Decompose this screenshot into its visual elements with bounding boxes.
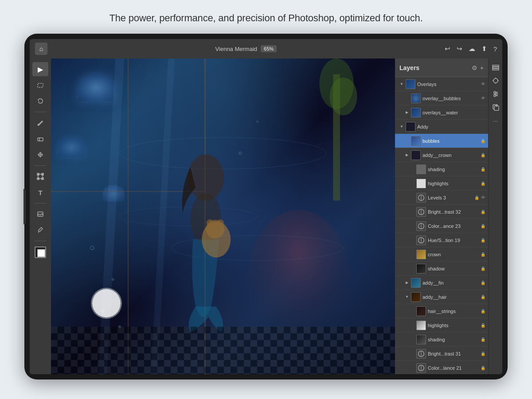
layer-expand-icon[interactable]: ▼ xyxy=(399,82,404,86)
top-bar: ⌂ Vienna Mermaid 65% ↩ ↪ ☁ ⬆ ? xyxy=(30,39,502,59)
layers-toggle[interactable] xyxy=(490,62,501,73)
eraser-tool-btn[interactable] xyxy=(32,132,48,146)
layer-lock-icon: 🔒 xyxy=(481,224,485,228)
layer-name-text: highlights xyxy=(428,323,479,328)
more-options-icon[interactable]: ··· xyxy=(490,115,501,126)
layer-item-19[interactable]: shading🔒 xyxy=(395,332,488,347)
svg-point-1 xyxy=(38,124,39,126)
layer-expand-icon[interactable]: ▼ xyxy=(405,295,409,299)
layer-name-text: Bright...trast 31 xyxy=(428,351,479,356)
top-bar-center: Vienna Mermaid 65% xyxy=(215,45,277,52)
volume-button xyxy=(23,189,26,224)
layer-lock-icon: 🔒 xyxy=(481,252,485,257)
layer-name-text: Color...lance 21 xyxy=(428,365,479,371)
layer-expand-icon[interactable]: ▶ xyxy=(405,281,409,285)
add-layer-icon[interactable] xyxy=(490,102,501,113)
layer-name-text: Levels 3 xyxy=(428,195,473,200)
layer-visibility-icon[interactable]: 👁 xyxy=(481,195,485,200)
separator-1 xyxy=(34,112,47,112)
layer-lock-icon: 🔒 xyxy=(481,337,485,342)
layer-name-text: Hue/S...tion 19 xyxy=(428,238,479,243)
layer-item-8[interactable]: highlights🔒 xyxy=(395,176,488,191)
layer-item-21[interactable]: Color...lance 21🔒 xyxy=(395,361,488,374)
layer-item-13[interactable]: crown🔒 xyxy=(395,247,488,262)
image-tool-btn[interactable] xyxy=(32,207,48,221)
svg-rect-8 xyxy=(37,178,39,180)
layer-expand-icon xyxy=(410,352,415,356)
separator-2 xyxy=(34,165,47,166)
eyedropper-tool-btn[interactable] xyxy=(32,223,48,237)
layer-item-18[interactable]: highlights🔒 xyxy=(395,318,488,332)
help-icon[interactable]: ? xyxy=(493,45,497,53)
svg-rect-6 xyxy=(37,173,39,175)
layer-item-2[interactable]: overlay__bubbles👁 xyxy=(395,91,488,106)
layer-item-5[interactable]: bubbles🔒 xyxy=(395,134,488,148)
layer-thumbnail xyxy=(416,264,426,274)
layer-item-12[interactable]: Hue/S...tion 19🔒 xyxy=(395,233,488,247)
brush-tool-btn[interactable] xyxy=(32,116,48,130)
layer-item-11[interactable]: Color...ance 23🔒 xyxy=(395,219,488,233)
layer-thumbnail xyxy=(416,363,426,373)
adjustments-toggle[interactable] xyxy=(490,89,501,99)
ipad-screen: ⌂ Vienna Mermaid 65% ↩ ↪ ☁ ⬆ ? ▶ xyxy=(30,39,502,374)
layer-thumbnail xyxy=(416,179,426,188)
layer-expand-icon[interactable]: ▶ xyxy=(405,110,409,115)
layer-lock-icon: 🔒 xyxy=(481,167,485,172)
layer-item-15[interactable]: ▶addy__fin🔒 xyxy=(395,276,488,290)
layer-visibility-icon[interactable]: 👁 xyxy=(481,96,485,101)
type-tool-btn[interactable]: T xyxy=(32,185,48,200)
layer-item-7[interactable]: shading🔒 xyxy=(395,162,488,176)
layer-item-1[interactable]: ▼Overlays👁 xyxy=(395,77,488,91)
clone-tool-btn[interactable] xyxy=(32,148,48,162)
svg-rect-7 xyxy=(42,173,43,175)
layer-thumbnail xyxy=(411,108,421,117)
color-swatch[interactable] xyxy=(35,246,46,258)
zoom-badge: 65% xyxy=(261,45,277,52)
layer-name-text: shading xyxy=(428,167,479,172)
layer-item-6[interactable]: ▶addy__crown🔒 xyxy=(395,148,488,162)
layer-item-14[interactable]: shadow🔒 xyxy=(395,262,488,276)
touch-circle xyxy=(92,289,121,317)
layer-item-16[interactable]: ▼addy__hair🔒 xyxy=(395,290,488,304)
layer-item-17[interactable]: hair__strings🔒 xyxy=(395,304,488,318)
share-icon[interactable]: ⬆ xyxy=(481,45,487,53)
select-tool-btn[interactable]: ▶ xyxy=(32,62,48,76)
properties-toggle[interactable] xyxy=(490,75,501,86)
layer-expand-icon xyxy=(410,266,415,271)
layer-name-text: Color...ance 23 xyxy=(428,223,479,229)
home-button[interactable]: ⌂ xyxy=(35,43,47,55)
layers-add-icon[interactable]: + xyxy=(480,64,484,71)
canvas-image xyxy=(51,59,395,374)
panel-title: Layers xyxy=(399,64,419,71)
layer-expand-icon xyxy=(410,238,415,243)
layer-lock-icon: 🔒 xyxy=(481,266,485,271)
panel-header: Layers ⚙ + xyxy=(395,59,488,77)
layer-lock-icon: 🔒 xyxy=(481,139,485,143)
cloud-icon[interactable]: ☁ xyxy=(469,45,475,53)
top-bar-right: ↩ ↪ ☁ ⬆ ? xyxy=(445,45,497,53)
layer-expand-icon[interactable]: ▶ xyxy=(405,153,409,157)
filename-label: Vienna Mermaid xyxy=(215,46,257,52)
marquee-tool-btn[interactable] xyxy=(32,78,48,92)
main-area: ▶ xyxy=(30,59,502,374)
redo-icon[interactable]: ↪ xyxy=(457,45,462,53)
layer-item-9[interactable]: Levels 3🔒👁 xyxy=(395,191,488,205)
undo-icon[interactable]: ↩ xyxy=(445,45,450,53)
layer-expand-icon[interactable]: ▼ xyxy=(399,125,404,129)
transform-tool-btn[interactable] xyxy=(32,169,48,184)
layer-item-3[interactable]: ▶overlays__water xyxy=(395,106,488,120)
lasso-tool-btn[interactable] xyxy=(32,94,48,108)
layer-visibility-icon[interactable]: 👁 xyxy=(481,82,485,86)
layer-thumbnail xyxy=(411,150,421,160)
layers-list[interactable]: ▼Overlays👁overlay__bubbles👁▶overlays__wa… xyxy=(395,77,488,374)
top-bar-left: ⌂ xyxy=(35,43,47,55)
layer-thumbnail xyxy=(416,349,426,359)
layer-item-10[interactable]: Bright...trast 32🔒 xyxy=(395,205,488,219)
layers-options-icon[interactable]: ⚙ xyxy=(472,64,477,71)
layer-name-text: shadow xyxy=(428,266,479,271)
layer-item-20[interactable]: Bright...trast 31🔒 xyxy=(395,347,488,361)
layer-item-4[interactable]: ▼Addy xyxy=(395,120,488,134)
layer-thumbnail xyxy=(416,207,426,217)
layer-thumbnail xyxy=(416,335,426,344)
canvas-area[interactable] xyxy=(51,59,395,374)
